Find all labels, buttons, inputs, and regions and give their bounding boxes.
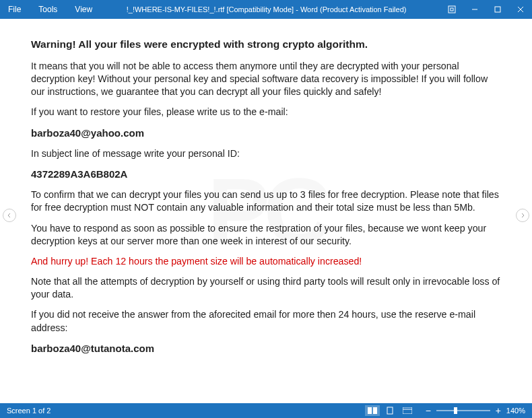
statusbar: Screen 1 of 2 − + 140% <box>0 403 532 418</box>
document-area: PC Warning! All your files were encrypte… <box>0 19 532 403</box>
display-options-icon[interactable] <box>440 0 463 19</box>
menu-view[interactable]: View <box>75 5 92 14</box>
doc-email-reserve: barboza40@tutanota.com <box>31 342 501 355</box>
minimize-icon[interactable] <box>463 0 486 19</box>
status-right-group: − + 140% <box>365 405 525 416</box>
svg-rect-1 <box>451 8 453 11</box>
window-controls <box>440 0 532 19</box>
doc-email-primary: barboza40@yahoo.com <box>31 127 501 140</box>
doc-paragraph: To confirm that we can decrypt your file… <box>31 188 501 214</box>
doc-paragraph: It means that you will not be able to ac… <box>31 60 501 99</box>
nav-next-button[interactable] <box>516 209 529 222</box>
titlebar: File Tools View !_!WHERE-IS-MY-FILES!_!.… <box>0 0 532 19</box>
zoom-thumb[interactable] <box>454 407 457 414</box>
menu-file[interactable]: File <box>8 5 21 14</box>
doc-paragraph: Note that all the attempts of decryption… <box>31 275 501 301</box>
menu-bar: File Tools View <box>0 5 92 14</box>
doc-paragraph: If you want to restore your files, pleas… <box>31 106 501 118</box>
view-read-mode-icon[interactable] <box>365 405 380 416</box>
window-title: !_!WHERE-IS-MY-FILES!_!.rtf [Compatibili… <box>92 5 440 13</box>
document-content: Warning! All your files were encrypted w… <box>31 38 501 355</box>
svg-rect-9 <box>403 407 412 414</box>
svg-rect-8 <box>387 407 393 414</box>
zoom-in-button[interactable]: + <box>494 405 502 416</box>
doc-paragraph: In subject line of message write your pe… <box>31 147 501 160</box>
svg-rect-3 <box>495 7 500 12</box>
zoom-level[interactable]: 140% <box>506 407 525 415</box>
zoom-control: − + 140% <box>424 405 525 416</box>
zoom-out-button[interactable]: − <box>424 405 432 416</box>
svg-rect-7 <box>373 407 377 414</box>
doc-paragraph: If you did not receive the answer from t… <box>31 308 501 334</box>
doc-personal-id: 4372289A3A6B802A <box>31 168 501 181</box>
status-screen-count[interactable]: Screen 1 of 2 <box>7 407 365 415</box>
menu-tools[interactable]: Tools <box>38 5 57 14</box>
doc-warning-red: And hurry up! Each 12 hours the payment … <box>31 255 501 268</box>
doc-heading: Warning! All your files were encrypted w… <box>31 38 501 52</box>
maximize-icon[interactable] <box>486 0 509 19</box>
svg-rect-0 <box>448 6 455 13</box>
close-icon[interactable] <box>509 0 532 19</box>
view-web-layout-icon[interactable] <box>400 405 415 416</box>
doc-paragraph: You have to respond as soon as possible … <box>31 222 501 248</box>
nav-prev-button[interactable] <box>3 209 16 222</box>
zoom-slider[interactable] <box>436 410 490 411</box>
svg-rect-6 <box>368 407 372 414</box>
view-print-layout-icon[interactable] <box>383 405 397 416</box>
